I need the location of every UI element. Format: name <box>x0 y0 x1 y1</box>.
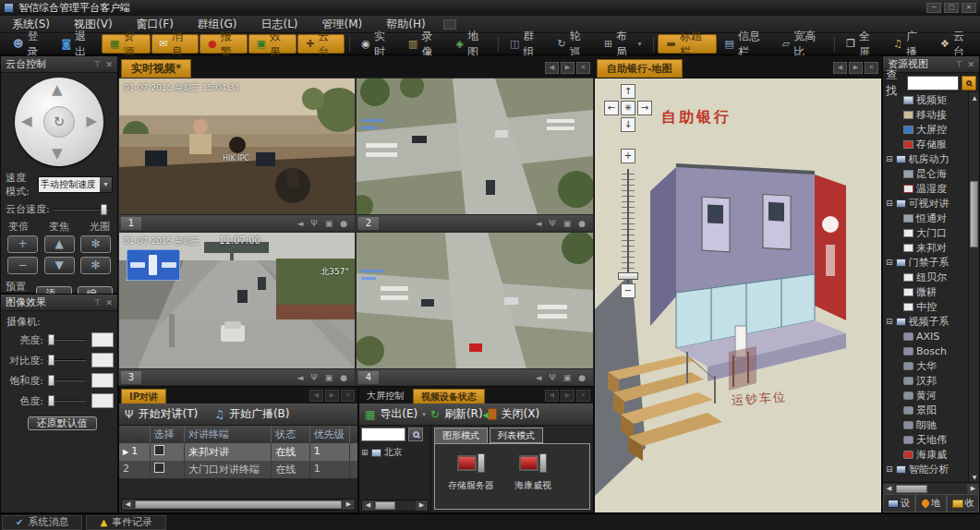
tree-item[interactable]: 中控 <box>883 299 969 314</box>
start-talk-button[interactable]: 开始对讲(T) <box>138 406 198 422</box>
slider-handle[interactable] <box>48 334 54 345</box>
audio-icon[interactable]: ◄ <box>297 373 304 382</box>
tree-item[interactable]: 微耕 <box>883 284 969 299</box>
tab-ip-intercom[interactable]: IP对讲 <box>121 389 166 404</box>
collapse-icon[interactable]: ⊟ <box>886 317 893 326</box>
tab-next-button[interactable]: ▶ <box>325 390 339 402</box>
chevron-down-icon[interactable]: ▾ <box>100 177 112 192</box>
tab-next-button[interactable]: ▶ <box>561 390 575 402</box>
tab-prev-button[interactable]: ◀ <box>545 62 559 74</box>
expand-icon[interactable]: ⊞ <box>361 448 369 457</box>
tree-item[interactable]: 大门口 <box>883 225 969 240</box>
tree-item[interactable]: 昆仑海 <box>883 166 969 181</box>
resource-button[interactable]: ▦资源 <box>102 34 150 54</box>
ptz-down-button[interactable]: ▼ <box>52 147 63 161</box>
tree-item[interactable]: 温湿度 <box>883 181 969 196</box>
event-log-tab[interactable]: ▲ 事件记录 <box>86 515 166 530</box>
aspect-ratio-button[interactable]: ▱宽高比 <box>775 34 829 54</box>
titlebar-toggle-button[interactable]: ▬标题栏 <box>658 34 716 54</box>
effects-button[interactable]: ▣效果 <box>248 34 296 54</box>
row-checkbox[interactable] <box>154 445 164 455</box>
tree-item[interactable]: 视频矩 <box>883 92 969 107</box>
minimize-button[interactable]: ─ <box>926 3 941 13</box>
tree-item[interactable]: 大华 <box>883 358 969 373</box>
speed-mode-select[interactable]: 手动控制速度 ▾ <box>38 176 113 193</box>
snapshot-icon[interactable]: ▣ <box>325 373 333 382</box>
close-icon[interactable]: ✕ <box>105 60 113 69</box>
tab-wall-control[interactable]: 大屏控制 <box>359 389 411 404</box>
tree-item[interactable]: ⊟智能分析 <box>883 462 969 476</box>
pan-left-button[interactable]: ← <box>604 101 619 115</box>
talk-icon[interactable]: Ψ <box>311 219 318 228</box>
tab-next-button[interactable]: ▶ <box>849 62 863 74</box>
video-cell-4[interactable]: 4 ◄ Ψ ▣ ● <box>356 232 594 386</box>
collapse-icon[interactable]: ⊟ <box>886 154 893 163</box>
device-item-hikvision[interactable]: 海康威视 <box>514 453 551 500</box>
wall-tree-node[interactable]: ⊞ 北京 <box>359 443 430 462</box>
snapshot-icon[interactable]: ▣ <box>563 219 572 228</box>
horizontal-scrollbar[interactable]: ◀ ▶ <box>883 482 979 494</box>
tab-maps[interactable]: 地 <box>915 494 948 512</box>
broadcast-button[interactable]: ♫广播 <box>886 34 932 54</box>
slider-handle[interactable] <box>48 395 54 406</box>
video-cell-1[interactable]: 01-07-2015 星期三 15:04:34 HIK IPC 1 ◄ Ψ ▣ … <box>118 78 356 232</box>
ptz-window-button[interactable]: ❖云台 <box>933 34 979 54</box>
snapshot-icon[interactable]: ▣ <box>563 373 572 382</box>
ptz-left-button[interactable]: ◀ <box>21 114 32 128</box>
pan-right-button[interactable]: → <box>637 101 652 115</box>
table-row[interactable]: 2 大门口对讲终端 在线 1 <box>119 461 357 478</box>
device-item-storage[interactable]: 存储服务器 <box>448 453 494 500</box>
alarm-button[interactable]: ●报警 <box>200 34 248 54</box>
search-icon[interactable] <box>962 76 976 90</box>
zoom-out-button[interactable]: − <box>7 257 38 274</box>
collapse-icon[interactable]: ⊟ <box>886 199 893 208</box>
tree-item[interactable]: 移动接 <box>883 107 969 122</box>
iris-close-button[interactable]: ✻ <box>80 257 111 274</box>
message-button[interactable]: ✉消息 <box>151 34 199 54</box>
system-messages-tab[interactable]: ✔ 系统消息 <box>2 515 82 530</box>
vertical-scrollbar[interactable]: ▲ ▼ <box>968 92 979 482</box>
export-button[interactable]: 导出(E) <box>380 406 417 422</box>
bank-map-view[interactable]: 自助银行 运钞车位 ↑ ← ✳ → ↓ + − <box>594 78 882 513</box>
tab-close-button[interactable]: ✕ <box>865 62 878 74</box>
record-icon[interactable]: ● <box>578 373 586 382</box>
audio-icon[interactable]: ◄ <box>536 219 542 228</box>
scroll-right-icon[interactable]: ▶ <box>343 500 355 510</box>
horizontal-scrollbar[interactable]: ◀ ▶ <box>121 499 356 511</box>
tree-item[interactable]: AXIS <box>883 329 969 343</box>
brightness-slider[interactable] <box>47 333 86 346</box>
snapshot-icon[interactable]: ▣ <box>325 219 333 228</box>
record-button[interactable]: ▥录像 <box>401 34 447 54</box>
tab-list-mode[interactable]: 列表模式 <box>490 428 543 443</box>
collapse-icon[interactable]: ⊟ <box>886 464 893 474</box>
tab-favorites[interactable]: 收 <box>947 494 979 512</box>
tab-devices[interactable]: 设 <box>883 494 915 512</box>
resource-search-input[interactable] <box>907 76 959 90</box>
tour-button[interactable]: ↻轮巡 <box>550 34 596 54</box>
scroll-right-icon[interactable]: ▶ <box>416 500 428 511</box>
record-icon[interactable]: ● <box>340 219 347 228</box>
pan-up-button[interactable]: ↑ <box>621 84 635 99</box>
scrollbar-thumb[interactable] <box>970 181 978 247</box>
close-icon[interactable]: ✕ <box>967 60 974 69</box>
tab-prev-button[interactable]: ◀ <box>833 62 847 74</box>
tab-close-button[interactable]: ✕ <box>341 390 355 402</box>
scroll-left-icon[interactable]: ◀ <box>122 500 134 510</box>
tab-prev-button[interactable]: ◀ <box>309 390 323 402</box>
live-button[interactable]: ◉实时 <box>354 34 400 54</box>
tree-item[interactable]: Bosch <box>883 343 969 358</box>
scroll-left-icon[interactable]: ◀ <box>883 484 895 494</box>
fullscreen-button[interactable]: ❒全屏 <box>839 34 885 54</box>
zoom-in-button[interactable]: + <box>621 149 635 163</box>
talk-icon[interactable]: Ψ <box>550 373 556 382</box>
scroll-left-icon[interactable]: ◀ <box>362 500 374 511</box>
maximize-button[interactable]: □ <box>944 3 959 13</box>
start-broadcast-button[interactable]: 开始广播(B) <box>229 406 290 422</box>
saturation-slider[interactable] <box>47 374 86 387</box>
row-checkbox[interactable] <box>154 463 164 473</box>
video-cell-2[interactable]: 2 ◄ Ψ ▣ ● <box>356 78 594 232</box>
hue-value[interactable] <box>91 393 114 408</box>
group-button[interactable]: ◫群组 <box>502 34 549 54</box>
infobar-toggle-button[interactable]: ▤信息栏 <box>718 34 774 54</box>
scrollbar-thumb[interactable] <box>896 485 927 493</box>
